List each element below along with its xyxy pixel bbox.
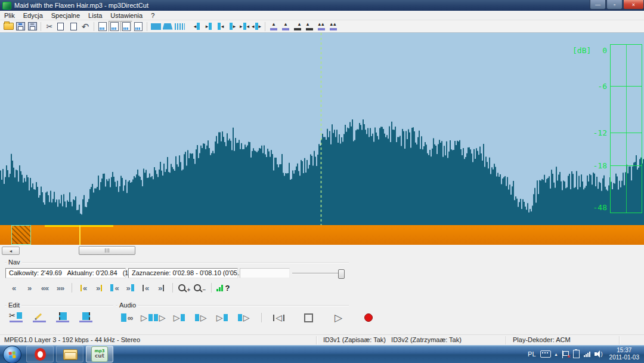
arrow-left-icon: ◂ (221, 24, 224, 29)
zoom-in-button[interactable]: + (177, 282, 192, 294)
play-around-cut-button[interactable]: ▷▷ (141, 312, 166, 324)
fast-back-button[interactable]: «« (37, 282, 52, 294)
taskbar-clock[interactable]: 15:37 2011-01-03 (607, 347, 644, 361)
cue-add-button[interactable]: ▴▴ (315, 21, 327, 32)
arrow-left-icon: ◂ (194, 24, 197, 29)
part-next-button[interactable]: » (153, 282, 169, 294)
undo-button[interactable]: ↶ (79, 21, 91, 32)
fade-in-button[interactable] (55, 311, 70, 323)
cue-set-end-button[interactable]: ▴ (304, 21, 315, 32)
sel-start-right-button[interactable]: ▸ (203, 21, 215, 32)
menu-item-plik[interactable]: Plik (0, 12, 19, 19)
cut-button[interactable]: ✂ (44, 21, 55, 32)
copy-icon (57, 23, 64, 30)
menu-item-lista[interactable]: Lista (84, 12, 106, 19)
level-solid-button[interactable] (150, 21, 162, 32)
cue-icon: ▴ (281, 22, 290, 30)
status-format: MPEG1.0 Layer 3 - 192 kbps - 44 kHz - St… (4, 336, 140, 343)
sel-end-right-button[interactable]: ▸ (227, 21, 239, 32)
selection-block-icon (238, 314, 242, 321)
undo-icon: ↶ (82, 22, 89, 31)
wave-base-icon (33, 321, 46, 322)
selection-block-icon (224, 314, 228, 321)
meter-unit-label: [dB] (572, 46, 591, 55)
fast-forward-button[interactable]: »» (52, 282, 68, 294)
close-button[interactable]: × (623, 0, 644, 10)
play-button[interactable]: ▷ (331, 312, 346, 324)
scroll-left-button[interactable]: ◄ (2, 247, 20, 255)
arrow-right-icon: ▸ (206, 24, 209, 29)
jump-file-end-button[interactable]: » (91, 282, 107, 294)
menu-item-edycja[interactable]: Edycja (19, 12, 47, 19)
network-icon[interactable] (584, 352, 590, 357)
maximize-button[interactable]: ▫ (606, 0, 623, 10)
play-to-selection-end-button[interactable]: ▷ (215, 312, 230, 324)
copy-button[interactable] (55, 21, 67, 32)
cue-list-button[interactable]: ▴▴ (327, 21, 339, 32)
sel-both-in-button[interactable]: ▸◂ (239, 21, 250, 32)
paste-button[interactable] (67, 21, 79, 32)
arrow-left-icon: ◂ (252, 24, 255, 29)
fade-mode-3-button[interactable] (120, 21, 132, 32)
play-from-selection-start-button[interactable]: ▷ (193, 312, 209, 324)
fade-mode-1-button[interactable] (97, 21, 109, 32)
cut-selection-button[interactable]: ✂ (8, 311, 24, 323)
step-back-button[interactable]: « (6, 282, 21, 294)
minimize-button[interactable]: — (590, 0, 606, 10)
sel-start-left-button[interactable]: ◂ (191, 21, 203, 32)
edit-gain-button[interactable] (32, 311, 47, 323)
sel-both-out-button[interactable]: ◂▸ (250, 21, 262, 32)
status-id3: ID3v1 (Zapisaæ: Tak) ID3v2 (Zatrzymaæ: T… (323, 336, 462, 343)
zoom-out-button[interactable]: − (192, 282, 208, 294)
level-comb-button[interactable] (174, 21, 185, 32)
menu-bar: PlikEdycjaSpecjalneListaUstawienia? (0, 11, 644, 20)
action-center-icon[interactable]: × (562, 350, 569, 358)
scrollbar-thumb[interactable] (79, 246, 135, 255)
play-to-selection-start-button[interactable]: ▷ (172, 312, 187, 324)
level-trapezoid-icon (163, 23, 173, 30)
position-cursor[interactable] (79, 225, 80, 245)
volume-slider-handle[interactable] (338, 269, 345, 279)
clipboard-tray-icon[interactable] (573, 350, 580, 358)
skip-to-start-button[interactable]: ◁ (271, 312, 287, 324)
loop-selection-button[interactable]: ∞ (119, 312, 135, 324)
vu-meter-button[interactable]: ? (215, 282, 231, 294)
taskbar-item-mp3directcut[interactable]: mp3cut (86, 346, 113, 362)
show-hidden-icons-button[interactable]: ▴ (555, 352, 558, 357)
file-position-bar[interactable] (0, 225, 644, 245)
cue-next-button[interactable]: ▴ (280, 21, 292, 32)
cue-prev-button[interactable]: ▴ (268, 21, 280, 32)
sel-end-left-button[interactable]: ◂ (215, 21, 227, 32)
save-audio-button[interactable] (14, 21, 26, 32)
jump-file-start-button[interactable]: « (76, 282, 91, 294)
taskbar-item-opera[interactable] (26, 346, 54, 362)
menu-item-specjalne[interactable]: Specjalne (47, 12, 84, 19)
volume-icon[interactable]: ) (595, 350, 603, 358)
jump-selection-start-button[interactable]: « (107, 282, 122, 294)
taskbar-item-explorer[interactable] (56, 346, 83, 362)
keyboard-icon[interactable] (540, 350, 551, 358)
wave-base-icon (10, 321, 23, 322)
start-button[interactable] (3, 346, 21, 363)
save-batch-button[interactable] (26, 21, 38, 32)
selection-bar-icon (197, 23, 200, 30)
menu-item-ustawienia[interactable]: Ustawienia (106, 12, 147, 19)
scroll-row: ◄ (0, 245, 644, 255)
waveform-area[interactable]: [dB]0-6-12-18-48 (0, 33, 644, 225)
selection-region[interactable] (11, 225, 31, 245)
volume-slider[interactable] (292, 269, 345, 278)
stop-button[interactable] (301, 312, 317, 324)
cue-set-start-button[interactable]: ▴ (292, 21, 304, 32)
fade-mode-2-button[interactable] (109, 21, 120, 32)
fade-out-button[interactable] (78, 311, 94, 323)
level-trapezoid-button[interactable] (162, 21, 174, 32)
menu-item-help[interactable]: ? (147, 12, 159, 19)
jump-selection-end-button[interactable]: » (122, 282, 138, 294)
open-file-button[interactable] (2, 21, 14, 32)
record-button[interactable] (361, 312, 376, 324)
language-indicator[interactable]: PL (528, 350, 535, 358)
fade-mode-4-button[interactable] (132, 21, 144, 32)
play-from-selection-end-button[interactable]: ▷ (236, 312, 252, 324)
step-forward-button[interactable]: » (21, 282, 37, 294)
part-prev-button[interactable]: « (138, 282, 153, 294)
